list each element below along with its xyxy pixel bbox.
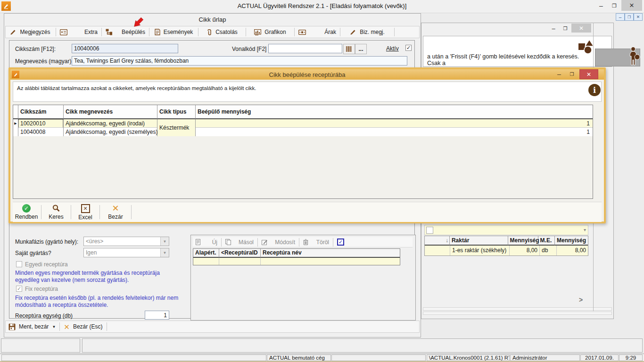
- beepules-modal: Cikk beépülése receptúrába – ❐ ✕ Az aláb…: [8, 67, 606, 223]
- main-restore-button[interactable]: ❐: [608, 1, 620, 10]
- grafikon-label: Grafikon: [264, 29, 286, 35]
- modal-bezar-button[interactable]: ✕ Bezár: [101, 202, 130, 222]
- egyedi-receptura-checkbox[interactable]: [16, 261, 22, 267]
- modal-info-panel: Az alábbi táblázat tartalmazza azokat a …: [13, 82, 602, 102]
- more-button[interactable]: ...: [355, 44, 367, 54]
- mennyiseg-col-header[interactable]: Mennyiség: [508, 236, 538, 246]
- table-cell-megnevezes[interactable]: Ajándékcsomag, egyedi (irodai): [64, 119, 157, 128]
- modal-table-body: ▶ 10020010 10040008 Ajándékcsomag, egyed…: [13, 119, 593, 136]
- ment-bezar-button[interactable]: Ment, bezár ▼: [6, 321, 58, 332]
- excel-label: Excel: [78, 214, 92, 221]
- mennyiseg2-cell: 8,00: [557, 246, 588, 255]
- modal-maximize-button[interactable]: ❐: [566, 69, 578, 79]
- raktar-filter-row[interactable]: ▾: [424, 225, 588, 235]
- cikk-toolbar: Megjegyzés Extra Beépülés Események Csat…: [5, 26, 420, 38]
- table-cell-cikkszam[interactable]: 10020010: [18, 119, 63, 128]
- bottom-left-pane: [1, 338, 80, 353]
- munkafazis-combo[interactable]: <üres>▼: [83, 237, 169, 246]
- table-cell-megnevezes[interactable]: Ajándékcsomag, egyedi (személyes): [64, 128, 157, 136]
- bg-maximize-button[interactable]: ❐: [560, 25, 570, 32]
- money-icon: [298, 30, 306, 35]
- masol-button[interactable]: Másol: [234, 239, 254, 246]
- raktar-filter-checkbox[interactable]: [426, 227, 433, 234]
- barcode-button[interactable]: [343, 44, 355, 54]
- screen: ACTUAL Ügyviteli Rendszer 2.1 - [Eladási…: [0, 0, 644, 362]
- table-cell-mennyiseg[interactable]: 1: [196, 119, 593, 128]
- munkafazis-value: <üres>: [84, 238, 160, 245]
- status-version: \ACTUAL.Kronos0001 (2.1.61) RTM: [427, 354, 510, 361]
- modal-minimize-button[interactable]: –: [553, 69, 565, 79]
- bezar-esc-button[interactable]: ✕ Bezár (Esc): [61, 321, 105, 332]
- excel-button[interactable]: ✕ Excel: [72, 202, 99, 222]
- filter-chevron-down-icon[interactable]: ▾: [584, 227, 586, 232]
- scroll-right-chevron-icon[interactable]: >: [579, 296, 583, 304]
- mdi-restore-button[interactable]: ❐: [625, 13, 634, 21]
- fix-receptura-label: Fix receptúra: [25, 286, 58, 292]
- beepulo-mennyiseg-col-header[interactable]: Beépülő mennyiség: [196, 105, 593, 119]
- arak-button[interactable]: Árak: [296, 26, 339, 38]
- fix-receptura-checkbox[interactable]: ✓: [16, 286, 22, 292]
- ment-bezar-label: Ment, bezár: [19, 323, 49, 330]
- cikk-megnevezes-col-header[interactable]: Cikk megnevezés: [64, 105, 157, 119]
- alapert-col-header[interactable]: Alapért.: [193, 249, 219, 258]
- bg-hint-panel: a után a 'Frissít (F4)' gomb leütésével …: [423, 36, 612, 67]
- esemenyek-button[interactable]: Események: [150, 26, 197, 38]
- bg-close-button[interactable]: ✕: [571, 24, 591, 33]
- mennyiseg2-col-header[interactable]: Mennyiség: [555, 236, 588, 246]
- torol-button[interactable]: Töröl: [311, 239, 329, 246]
- extra-button[interactable]: Extra: [57, 26, 100, 38]
- receptura-filter-checkbox[interactable]: ✓: [337, 239, 344, 246]
- dropdown-arrow-icon: ▼: [52, 325, 56, 329]
- tree-icon: [106, 29, 113, 35]
- recepturaid-col-header[interactable]: <ReceptúraID: [219, 249, 261, 258]
- table-cell-tipus-merged[interactable]: Késztermék: [157, 119, 196, 136]
- keres-button[interactable]: Keres: [42, 202, 70, 222]
- bg-footer-strip2: [423, 312, 612, 315]
- me-col-header[interactable]: M.E.: [538, 236, 555, 246]
- pencil-icon: [350, 29, 356, 35]
- biz-megj-button[interactable]: Biz. megj.: [341, 26, 393, 38]
- modal-close-button[interactable]: ✕: [579, 69, 598, 79]
- receptura-empty-row[interactable]: [193, 258, 400, 265]
- grafikon-button[interactable]: Grafikon: [247, 26, 293, 38]
- table-cell-mennyiseg[interactable]: 1: [196, 128, 593, 136]
- fix-hint-line2: módosítható a receptúra összetétele.: [15, 302, 108, 308]
- egyseg-label: Receptúra egység (db): [15, 313, 73, 319]
- receptura-nev-col-header[interactable]: Receptúra név: [261, 249, 400, 258]
- munkafazis-label: Munkafázis (gyártó hely):: [15, 239, 78, 245]
- cikkszam-col-header[interactable]: Cikkszám: [18, 105, 64, 119]
- aktiv-checkbox[interactable]: ✓: [405, 45, 412, 51]
- sajat-gyartas-combo[interactable]: Igen▼: [83, 248, 169, 257]
- card-icon: [60, 29, 67, 35]
- mdi-close-button[interactable]: ✕: [634, 13, 643, 21]
- cikk-tipus-col-header[interactable]: Cikk típus: [157, 105, 196, 119]
- main-close-button[interactable]: ✕: [621, 0, 642, 11]
- bg-footer-strip: [423, 307, 612, 311]
- status-empty-cell: [1, 354, 266, 361]
- raktar-row[interactable]: 1-es raktár (székhely) 8,00 db 8,00: [425, 246, 588, 255]
- raktar-col-header[interactable]: Raktár: [450, 236, 508, 246]
- egyseg-input[interactable]: 1: [145, 311, 169, 320]
- mdi-minimize-button[interactable]: –: [616, 13, 625, 21]
- csatolas-button[interactable]: Csatolás: [199, 26, 245, 38]
- vonalkod-input[interactable]: [268, 44, 342, 53]
- barcode-icon: [346, 46, 352, 52]
- main-minimize-button[interactable]: –: [595, 1, 607, 10]
- sort-arrow-icon[interactable]: ↓: [425, 236, 450, 246]
- receptura-panel: Új Másol Módosít Töröl ✓ Alapért.: [190, 235, 416, 321]
- main-title: ACTUAL Ügyviteli Rendszer 2.1 - [Eladási…: [0, 2, 644, 9]
- cikkszam-label: Cikkszám [F12]:: [15, 46, 56, 52]
- bg-minimize-button[interactable]: –: [548, 25, 559, 32]
- modal-table: Cikkszám Cikk megnevezés Cikk típus Beép…: [13, 105, 593, 199]
- megjegyzes-button[interactable]: Megjegyzés: [6, 26, 55, 38]
- rendben-button[interactable]: ✓ Rendben: [13, 202, 40, 222]
- megnevezes-input[interactable]: Tea, Twinings Earl Grey szálas, fémdoboz…: [72, 56, 407, 66]
- uj-button[interactable]: Új: [203, 239, 217, 246]
- cikkszam-input[interactable]: 10040006: [72, 44, 178, 53]
- modal-bezar-label: Bezár: [108, 214, 123, 220]
- modosit-button[interactable]: Módosít: [271, 239, 295, 246]
- table-cell-cikkszam[interactable]: 10040008: [18, 128, 63, 136]
- arak-label: Árak: [324, 29, 336, 35]
- sajat-gyartas-label: Saját gyártás?: [15, 250, 51, 256]
- megnevezes-label: Megnevezés (magyar):: [15, 58, 73, 65]
